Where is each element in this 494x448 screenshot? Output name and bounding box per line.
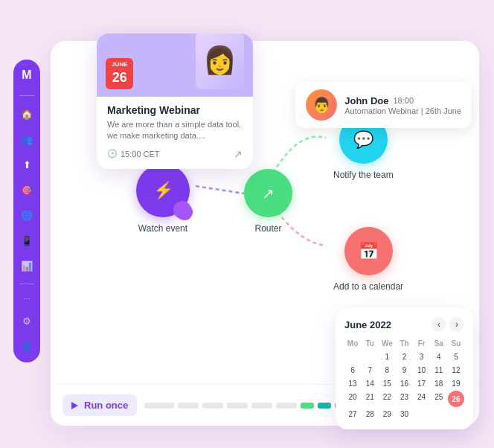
sidebar-more[interactable]: ⋯ xyxy=(23,295,31,303)
sidebar-icon-settings[interactable]: ⚙ xyxy=(19,313,34,328)
sidebar-icon-users[interactable]: 👥 xyxy=(19,132,34,147)
cal-day[interactable]: 20 xyxy=(344,391,361,407)
node-router[interactable]: ↗ Router xyxy=(244,169,292,234)
johndoe-name: John Doe xyxy=(344,95,388,106)
cal-day[interactable]: 9 xyxy=(396,364,412,377)
cal-day[interactable]: 23 xyxy=(396,391,412,407)
calendar-label: Add to a calendar xyxy=(333,281,403,292)
cal-day[interactable]: 21 xyxy=(362,391,378,407)
webinar-month: JUNE xyxy=(112,61,127,68)
cal-label-tu: Tu xyxy=(362,339,378,348)
cal-day[interactable]: 11 xyxy=(431,364,447,377)
cal-day[interactable]: 30 xyxy=(396,408,412,420)
webinar-time-text: 15:00 CET xyxy=(121,150,160,159)
cal-day[interactable]: 14 xyxy=(362,377,378,390)
progress-segment-6 xyxy=(276,403,297,409)
cal-day xyxy=(431,408,447,420)
cal-day xyxy=(448,408,464,420)
cal-day[interactable]: 18 xyxy=(431,377,447,390)
cal-day[interactable]: 19 xyxy=(448,377,464,390)
calendar-days-grid: 1 2 3 4 5 6 7 8 9 10 11 12 13 14 15 16 1… xyxy=(344,351,464,420)
johndoe-time: 18:00 xyxy=(393,96,414,105)
calendar-icon: 📅 xyxy=(359,242,379,261)
watch-event-label: Watch event xyxy=(138,223,187,234)
sidebar-icon-user[interactable]: 👤 xyxy=(19,339,34,353)
webinar-title: Marketing Webinar xyxy=(107,104,243,116)
node-add-calendar[interactable]: 📅 Add to a calendar xyxy=(333,227,403,292)
cal-day[interactable]: 25 xyxy=(431,391,447,407)
run-once-button[interactable]: Run once xyxy=(62,394,137,416)
cal-label-su: Su xyxy=(448,339,464,348)
router-icon: ↗ xyxy=(262,185,275,202)
cal-day[interactable]: 4 xyxy=(431,351,447,363)
cal-day-today[interactable]: 26 xyxy=(448,391,464,407)
johndoe-card: 👨 John Doe 18:00 Automation Webinar | 26… xyxy=(295,82,472,128)
clock-badge: 🕐 xyxy=(176,204,193,220)
johndoe-event-text: Automation Webinar | 26th June xyxy=(344,106,461,115)
calendar-widget: June 2022 ‹ › Mo Tu We Th Fr Sa Su 1 2 3… xyxy=(336,308,473,429)
calendar-circle[interactable]: 📅 xyxy=(344,227,393,275)
cal-day[interactable]: 27 xyxy=(344,408,361,420)
cal-label-mo: Mo xyxy=(344,339,361,348)
sidebar-icon-mobile[interactable]: 📱 xyxy=(19,233,34,248)
cal-day[interactable]: 3 xyxy=(414,351,430,363)
cal-day[interactable]: 8 xyxy=(379,364,395,377)
cal-day[interactable]: 2 xyxy=(396,351,412,363)
watch-event-circle[interactable]: ⚡ 🕐 xyxy=(136,164,190,217)
cal-day[interactable]: 10 xyxy=(414,364,430,377)
node-watch-event[interactable]: ⚡ 🕐 Watch event xyxy=(136,164,190,234)
calendar-header: June 2022 ‹ › xyxy=(344,317,464,332)
status-dot-green xyxy=(301,403,314,409)
cal-day xyxy=(414,408,430,420)
cal-day xyxy=(344,351,361,363)
webinar-footer: 🕒 15:00 CET ↗ xyxy=(107,148,243,160)
chat-icon: 💬 xyxy=(353,130,373,150)
cal-day[interactable]: 1 xyxy=(379,351,395,363)
cal-day[interactable]: 22 xyxy=(379,391,395,407)
cal-label-fr: Fr xyxy=(414,339,430,348)
cal-day xyxy=(362,351,378,363)
webinar-banner: JUNE 26 👩 xyxy=(97,33,253,97)
sidebar-icon-chart[interactable]: 📊 xyxy=(19,258,34,273)
router-circle[interactable]: ↗ xyxy=(244,169,292,217)
cal-day[interactable]: 24 xyxy=(414,391,430,407)
sidebar-icon-home[interactable]: 🏠 xyxy=(19,106,34,121)
cal-day[interactable]: 6 xyxy=(344,364,361,377)
status-dot-teal xyxy=(318,403,331,409)
sidebar-icon-globe[interactable]: 🌐 xyxy=(19,208,34,223)
cal-day[interactable]: 29 xyxy=(379,408,395,420)
progress-segment-1 xyxy=(144,403,174,409)
router-label: Router xyxy=(254,223,281,234)
calendar-nav: ‹ › xyxy=(432,317,464,332)
calendar-days-header: Mo Tu We Th Fr Sa Su xyxy=(344,339,464,348)
sidebar-icon-target[interactable]: 🎯 xyxy=(19,182,34,197)
cal-label-sa: Sa xyxy=(431,339,447,348)
cal-day[interactable]: 15 xyxy=(379,377,395,390)
webinar-time: 🕒 15:00 CET xyxy=(107,149,160,159)
cal-day[interactable]: 17 xyxy=(414,377,430,390)
progress-segment-5 xyxy=(251,403,272,409)
clock-icon: 🕒 xyxy=(107,149,118,159)
progress-segment-3 xyxy=(202,403,223,409)
cal-label-th: Th xyxy=(396,339,412,348)
play-icon xyxy=(71,402,78,409)
webinar-body: Marketing Webinar We are more than a sim… xyxy=(97,97,253,169)
cal-label-we: We xyxy=(379,339,395,348)
divider xyxy=(19,95,34,96)
cal-day[interactable]: 16 xyxy=(396,377,412,390)
calendar-prev-button[interactable]: ‹ xyxy=(432,317,446,332)
cal-day[interactable]: 12 xyxy=(448,364,464,377)
sidebar-logo: M xyxy=(22,68,31,82)
webinar-day: 26 xyxy=(112,69,127,86)
webinar-card: JUNE 26 👩 Marketing Webinar We are more … xyxy=(97,33,253,169)
share-icon[interactable]: ↗ xyxy=(234,148,243,160)
cal-day[interactable]: 28 xyxy=(362,408,378,420)
sidebar-icon-share[interactable]: ⬆ xyxy=(19,157,34,172)
cal-day[interactable]: 13 xyxy=(344,377,361,390)
avatar: 👨 xyxy=(306,89,337,121)
lightning-icon: ⚡ xyxy=(153,181,173,200)
calendar-next-button[interactable]: › xyxy=(449,317,464,332)
cal-day[interactable]: 5 xyxy=(448,351,464,363)
svg-line-0 xyxy=(196,186,244,193)
cal-day[interactable]: 7 xyxy=(362,364,378,377)
